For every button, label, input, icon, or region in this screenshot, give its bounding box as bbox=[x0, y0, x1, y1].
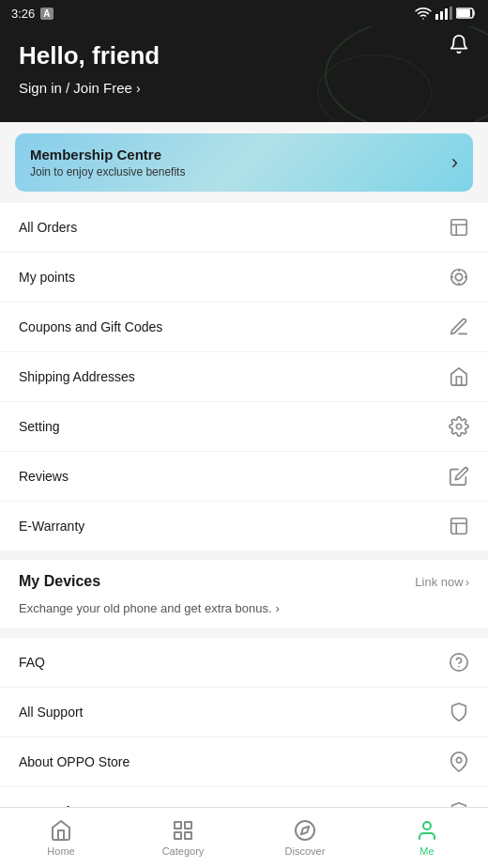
signal-icon bbox=[435, 7, 452, 20]
membership-arrow: › bbox=[451, 150, 458, 175]
setting-label: Setting bbox=[19, 419, 60, 434]
menu-item-shipping[interactable]: Shipping Addresses bbox=[0, 352, 488, 402]
my-points-label: My points bbox=[19, 270, 75, 285]
support-icon bbox=[449, 702, 469, 722]
orders-icon bbox=[449, 217, 469, 238]
promo-text: Exchange your old phone and get extra bo… bbox=[19, 601, 272, 615]
status-right bbox=[415, 5, 477, 22]
nav-item-discover[interactable]: Discover bbox=[244, 819, 366, 857]
membership-subtitle: Join to enjoy exclusive benefits bbox=[30, 165, 185, 178]
menu-item-coupons[interactable]: Coupons and Gift Codes bbox=[0, 302, 488, 352]
coupons-label: Coupons and Gift Codes bbox=[19, 319, 162, 334]
menu-item-faq[interactable]: FAQ bbox=[0, 638, 488, 688]
ewarranty-label: E-Warranty bbox=[19, 519, 84, 534]
main-content: Hello, friend Sign in / Join Free › Memb… bbox=[0, 26, 488, 807]
svg-point-8 bbox=[455, 273, 462, 280]
notification-bell[interactable] bbox=[449, 34, 469, 59]
svg-rect-3 bbox=[450, 7, 452, 20]
menu-item-all-orders[interactable]: All Orders bbox=[0, 203, 488, 253]
all-support-label: All Support bbox=[19, 705, 83, 720]
header-section: Hello, friend Sign in / Join Free › bbox=[0, 26, 488, 122]
svg-point-18 bbox=[423, 822, 431, 829]
menu-item-all-support[interactable]: All Support bbox=[0, 688, 488, 737]
battery-icon bbox=[456, 8, 477, 19]
devices-header: My Devices Link now › bbox=[0, 560, 488, 599]
membership-text: Membership Centre Join to enjoy exclusiv… bbox=[30, 147, 185, 178]
greeting-text: Hello, friend bbox=[19, 41, 469, 70]
home-icon bbox=[50, 819, 72, 842]
discover-nav-label: Discover bbox=[285, 845, 326, 857]
faq-icon bbox=[449, 652, 469, 673]
menu-item-about[interactable]: About OPPO Store bbox=[0, 737, 488, 787]
nav-item-me[interactable]: Me bbox=[366, 819, 488, 857]
discover-icon bbox=[294, 819, 316, 842]
link-now-button[interactable]: Link now › bbox=[415, 575, 469, 589]
nav-item-home[interactable]: Home bbox=[0, 819, 122, 857]
wifi-icon bbox=[415, 5, 432, 22]
my-devices-section: My Devices Link now › Exchange your old … bbox=[0, 560, 488, 628]
faq-label: FAQ bbox=[19, 655, 45, 670]
membership-banner[interactable]: Membership Centre Join to enjoy exclusiv… bbox=[15, 133, 473, 192]
me-nav-label: Me bbox=[419, 845, 434, 857]
menu-item-ewarranty[interactable]: E-Warranty bbox=[0, 502, 488, 550]
bell-icon bbox=[449, 34, 469, 54]
menu-item-reviews[interactable]: Reviews bbox=[0, 452, 488, 502]
about-icon bbox=[449, 752, 469, 772]
svg-rect-6 bbox=[451, 220, 467, 236]
status-left: 3:26 A bbox=[11, 7, 53, 21]
category-nav-label: Category bbox=[162, 845, 205, 857]
devices-title: My Devices bbox=[19, 573, 100, 590]
membership-title: Membership Centre bbox=[30, 147, 185, 163]
category-icon bbox=[172, 819, 194, 842]
menu-item-setting[interactable]: Setting bbox=[0, 402, 488, 452]
devices-promo[interactable]: Exchange your old phone and get extra bo… bbox=[0, 599, 488, 628]
svg-point-11 bbox=[450, 654, 467, 671]
shipping-icon bbox=[449, 366, 469, 387]
reviews-label: Reviews bbox=[19, 469, 69, 484]
all-orders-label: All Orders bbox=[19, 220, 77, 235]
link-now-arrow: › bbox=[465, 575, 469, 589]
sign-in-link[interactable]: Sign in / Join Free › bbox=[19, 80, 469, 96]
svg-rect-10 bbox=[451, 519, 467, 535]
svg-rect-1 bbox=[440, 11, 443, 20]
home-nav-label: Home bbox=[47, 845, 74, 857]
svg-point-17 bbox=[296, 821, 314, 840]
setting-icon bbox=[449, 416, 469, 437]
svg-rect-16 bbox=[185, 832, 191, 839]
svg-point-9 bbox=[456, 424, 462, 429]
status-bar: 3:26 A bbox=[0, 0, 488, 26]
support-section: FAQ All Support About OPPO Store Terms o… bbox=[0, 638, 488, 807]
svg-rect-5 bbox=[457, 9, 470, 17]
me-icon bbox=[416, 819, 438, 842]
svg-rect-0 bbox=[435, 14, 438, 20]
status-indicator: A bbox=[40, 8, 53, 20]
bottom-navigation: Home Category Discover Me bbox=[0, 807, 488, 868]
svg-point-12 bbox=[456, 757, 462, 763]
sign-in-arrow: › bbox=[136, 81, 141, 96]
menu-item-my-points[interactable]: My points bbox=[0, 253, 488, 302]
top-menu-section: All Orders My points Coupons and Gift Co… bbox=[0, 203, 488, 550]
points-icon bbox=[449, 267, 469, 287]
time-display: 3:26 bbox=[11, 7, 35, 21]
sign-in-text: Sign in / Join Free bbox=[19, 80, 132, 96]
reviews-icon bbox=[449, 466, 469, 487]
svg-rect-13 bbox=[175, 822, 181, 829]
shipping-label: Shipping Addresses bbox=[19, 369, 135, 384]
about-label: About OPPO Store bbox=[19, 754, 130, 769]
menu-item-terms-use[interactable]: Terms of Use bbox=[0, 787, 488, 807]
nav-item-category[interactable]: Category bbox=[122, 819, 244, 857]
coupon-icon bbox=[449, 317, 469, 337]
warranty-icon bbox=[449, 516, 469, 536]
svg-rect-15 bbox=[175, 832, 181, 839]
svg-rect-2 bbox=[445, 8, 448, 20]
promo-arrow: › bbox=[276, 601, 280, 615]
link-now-label: Link now bbox=[415, 575, 463, 589]
svg-rect-14 bbox=[185, 822, 191, 829]
